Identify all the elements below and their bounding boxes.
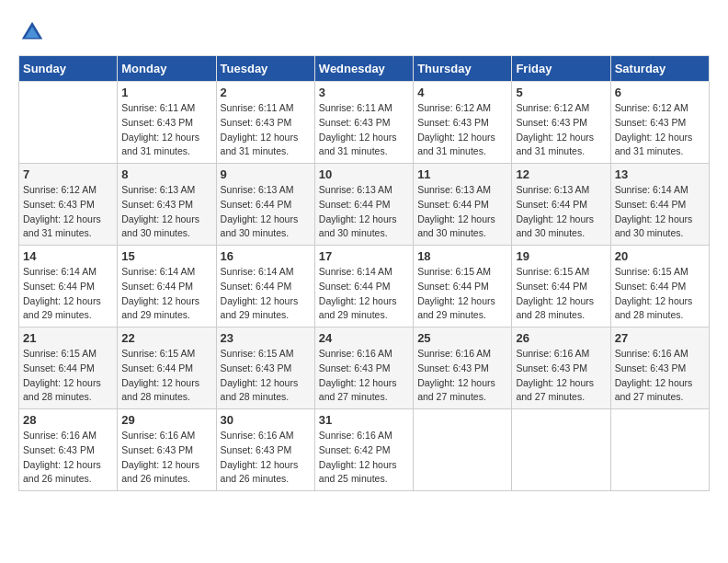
day-info: Sunrise: 6:15 AMSunset: 6:44 PMDaylight:…: [417, 265, 507, 323]
calendar-cell: 11Sunrise: 6:13 AMSunset: 6:44 PMDayligh…: [414, 164, 512, 246]
day-number: 24: [319, 331, 409, 345]
day-number: 27: [615, 331, 705, 345]
header-day: Saturday: [610, 56, 709, 82]
day-info: Sunrise: 6:16 AMSunset: 6:43 PMDaylight:…: [417, 347, 507, 405]
day-info: Sunrise: 6:15 AMSunset: 6:44 PMDaylight:…: [615, 265, 705, 323]
calendar-cell: 3Sunrise: 6:11 AMSunset: 6:43 PMDaylight…: [314, 82, 413, 164]
day-number: 25: [417, 331, 507, 345]
calendar-cell: 26Sunrise: 6:16 AMSunset: 6:43 PMDayligh…: [512, 327, 610, 409]
header-day: Sunday: [19, 56, 118, 82]
calendar-cell: 23Sunrise: 6:15 AMSunset: 6:43 PMDayligh…: [216, 327, 314, 409]
calendar-cell: 4Sunrise: 6:12 AMSunset: 6:43 PMDaylight…: [414, 82, 512, 164]
calendar-cell: 6Sunrise: 6:12 AMSunset: 6:43 PMDaylight…: [610, 82, 709, 164]
header-day: Thursday: [414, 56, 512, 82]
calendar-cell: 22Sunrise: 6:15 AMSunset: 6:44 PMDayligh…: [118, 327, 216, 409]
calendar-cell: [610, 409, 709, 491]
calendar-body: 1Sunrise: 6:11 AMSunset: 6:43 PMDaylight…: [19, 82, 710, 491]
day-number: 6: [615, 86, 705, 99]
day-info: Sunrise: 6:11 AMSunset: 6:43 PMDaylight:…: [221, 101, 311, 159]
header-day: Wednesday: [314, 56, 413, 82]
day-number: 5: [516, 86, 606, 99]
day-number: 30: [221, 413, 311, 427]
day-info: Sunrise: 6:13 AMSunset: 6:44 PMDaylight:…: [221, 183, 311, 241]
calendar-cell: 1Sunrise: 6:11 AMSunset: 6:43 PMDaylight…: [118, 82, 216, 164]
calendar-week: 28Sunrise: 6:16 AMSunset: 6:43 PMDayligh…: [19, 409, 710, 491]
day-number: 16: [221, 249, 311, 263]
calendar-cell: 15Sunrise: 6:14 AMSunset: 6:44 PMDayligh…: [118, 246, 216, 327]
calendar-cell: 27Sunrise: 6:16 AMSunset: 6:43 PMDayligh…: [610, 327, 709, 409]
day-number: 4: [417, 86, 507, 99]
calendar-cell: 13Sunrise: 6:14 AMSunset: 6:44 PMDayligh…: [610, 164, 709, 246]
page-header: [18, 18, 710, 46]
day-number: 7: [23, 167, 113, 181]
logo-icon: [18, 18, 46, 46]
calendar-cell: 2Sunrise: 6:11 AMSunset: 6:43 PMDaylight…: [216, 82, 314, 164]
calendar-cell: 5Sunrise: 6:12 AMSunset: 6:43 PMDaylight…: [512, 82, 610, 164]
calendar-cell: 14Sunrise: 6:14 AMSunset: 6:44 PMDayligh…: [19, 246, 118, 327]
day-number: 15: [121, 249, 211, 263]
calendar-cell: [414, 409, 512, 491]
day-number: 3: [319, 86, 409, 99]
calendar-week: 1Sunrise: 6:11 AMSunset: 6:43 PMDaylight…: [19, 82, 710, 164]
day-info: Sunrise: 6:15 AMSunset: 6:44 PMDaylight:…: [23, 347, 113, 405]
calendar-cell: 9Sunrise: 6:13 AMSunset: 6:44 PMDaylight…: [216, 164, 314, 246]
calendar-cell: 16Sunrise: 6:14 AMSunset: 6:44 PMDayligh…: [216, 246, 314, 327]
calendar-cell: 24Sunrise: 6:16 AMSunset: 6:43 PMDayligh…: [314, 327, 413, 409]
calendar-week: 7Sunrise: 6:12 AMSunset: 6:43 PMDaylight…: [19, 164, 710, 246]
day-info: Sunrise: 6:16 AMSunset: 6:43 PMDaylight:…: [121, 429, 211, 487]
day-info: Sunrise: 6:11 AMSunset: 6:43 PMDaylight:…: [319, 101, 409, 159]
day-number: 12: [516, 167, 606, 181]
calendar-header: SundayMondayTuesdayWednesdayThursdayFrid…: [19, 56, 710, 82]
day-info: Sunrise: 6:12 AMSunset: 6:43 PMDaylight:…: [23, 183, 113, 241]
day-info: Sunrise: 6:15 AMSunset: 6:44 PMDaylight:…: [121, 347, 211, 405]
calendar-cell: 19Sunrise: 6:15 AMSunset: 6:44 PMDayligh…: [512, 246, 610, 327]
day-number: 18: [417, 249, 507, 263]
day-info: Sunrise: 6:15 AMSunset: 6:43 PMDaylight:…: [221, 347, 311, 405]
calendar-cell: 28Sunrise: 6:16 AMSunset: 6:43 PMDayligh…: [19, 409, 118, 491]
day-number: 17: [319, 249, 409, 263]
calendar-cell: 18Sunrise: 6:15 AMSunset: 6:44 PMDayligh…: [414, 246, 512, 327]
calendar-cell: [512, 409, 610, 491]
day-info: Sunrise: 6:11 AMSunset: 6:43 PMDaylight:…: [121, 101, 211, 159]
day-info: Sunrise: 6:14 AMSunset: 6:44 PMDaylight:…: [615, 183, 705, 241]
day-info: Sunrise: 6:13 AMSunset: 6:44 PMDaylight:…: [319, 183, 409, 241]
day-info: Sunrise: 6:15 AMSunset: 6:44 PMDaylight:…: [516, 265, 606, 323]
day-number: 9: [221, 167, 311, 181]
calendar-cell: 30Sunrise: 6:16 AMSunset: 6:43 PMDayligh…: [216, 409, 314, 491]
calendar-cell: [19, 82, 118, 164]
calendar-week: 21Sunrise: 6:15 AMSunset: 6:44 PMDayligh…: [19, 327, 710, 409]
day-number: 1: [121, 86, 211, 99]
day-number: 8: [121, 167, 211, 181]
day-info: Sunrise: 6:12 AMSunset: 6:43 PMDaylight:…: [615, 101, 705, 159]
day-info: Sunrise: 6:16 AMSunset: 6:43 PMDaylight:…: [221, 429, 311, 487]
day-number: 21: [23, 331, 113, 345]
day-info: Sunrise: 6:13 AMSunset: 6:43 PMDaylight:…: [121, 183, 211, 241]
calendar-cell: 10Sunrise: 6:13 AMSunset: 6:44 PMDayligh…: [314, 164, 413, 246]
day-number: 20: [615, 249, 705, 263]
day-info: Sunrise: 6:12 AMSunset: 6:43 PMDaylight:…: [417, 101, 507, 159]
day-number: 29: [121, 413, 211, 427]
calendar-cell: 20Sunrise: 6:15 AMSunset: 6:44 PMDayligh…: [610, 246, 709, 327]
header-day: Monday: [118, 56, 216, 82]
day-number: 2: [221, 86, 311, 99]
day-info: Sunrise: 6:13 AMSunset: 6:44 PMDaylight:…: [516, 183, 606, 241]
calendar-table: SundayMondayTuesdayWednesdayThursdayFrid…: [18, 55, 710, 491]
calendar-cell: 31Sunrise: 6:16 AMSunset: 6:42 PMDayligh…: [314, 409, 413, 491]
day-number: 19: [516, 249, 606, 263]
day-number: 31: [319, 413, 409, 427]
calendar-cell: 8Sunrise: 6:13 AMSunset: 6:43 PMDaylight…: [118, 164, 216, 246]
day-info: Sunrise: 6:14 AMSunset: 6:44 PMDaylight:…: [221, 265, 311, 323]
day-number: 22: [121, 331, 211, 345]
logo: [18, 18, 48, 46]
day-info: Sunrise: 6:16 AMSunset: 6:42 PMDaylight:…: [319, 429, 409, 487]
day-info: Sunrise: 6:13 AMSunset: 6:44 PMDaylight:…: [417, 183, 507, 241]
calendar-cell: 7Sunrise: 6:12 AMSunset: 6:43 PMDaylight…: [19, 164, 118, 246]
calendar-cell: 12Sunrise: 6:13 AMSunset: 6:44 PMDayligh…: [512, 164, 610, 246]
calendar-cell: 29Sunrise: 6:16 AMSunset: 6:43 PMDayligh…: [118, 409, 216, 491]
day-info: Sunrise: 6:14 AMSunset: 6:44 PMDaylight:…: [23, 265, 113, 323]
day-info: Sunrise: 6:16 AMSunset: 6:43 PMDaylight:…: [23, 429, 113, 487]
day-number: 28: [23, 413, 113, 427]
day-number: 10: [319, 167, 409, 181]
calendar-week: 14Sunrise: 6:14 AMSunset: 6:44 PMDayligh…: [19, 246, 710, 327]
day-info: Sunrise: 6:14 AMSunset: 6:44 PMDaylight:…: [319, 265, 409, 323]
